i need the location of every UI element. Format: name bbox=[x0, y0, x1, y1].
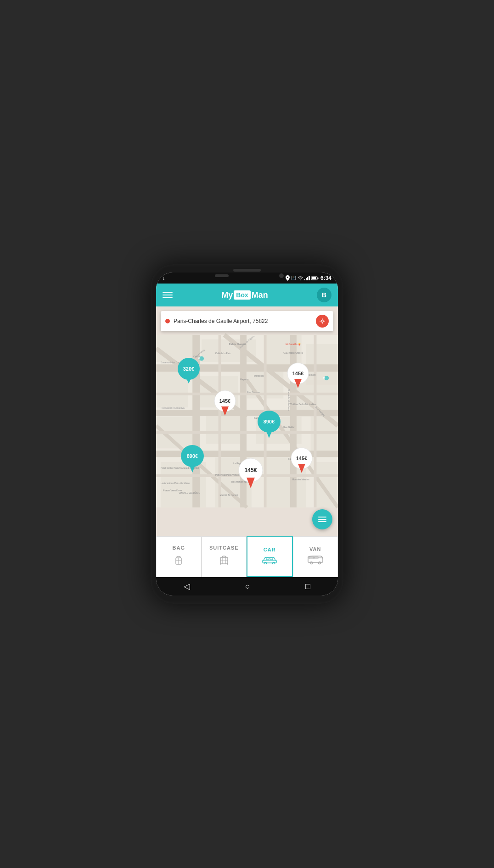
teal-pin-svg: 320€ bbox=[177, 357, 201, 385]
svg-point-0 bbox=[287, 277, 288, 278]
svg-rect-112 bbox=[270, 558, 273, 560]
svg-text:145€: 145€ bbox=[245, 467, 257, 473]
status-right: 📳 bbox=[286, 275, 331, 281]
top-nav: My Box Man B bbox=[156, 284, 338, 306]
status-left: ↓ bbox=[163, 275, 165, 281]
transport-tabs: BAG SUITCASE bbox=[156, 536, 338, 577]
price-pin-320[interactable]: 320€ bbox=[177, 357, 201, 385]
svg-text:Rue Daunou: Rue Daunou bbox=[247, 391, 260, 394]
svg-point-73 bbox=[321, 320, 324, 323]
svg-rect-30 bbox=[290, 335, 297, 507]
svg-point-117 bbox=[318, 562, 320, 564]
bottom-nav: ◁ ○ □ bbox=[156, 577, 338, 595]
crosshair-icon bbox=[319, 318, 326, 324]
phone-camera bbox=[279, 273, 284, 278]
bag-icon bbox=[172, 553, 185, 569]
svg-text:Gaumont Opéra: Gaumont Opéra bbox=[283, 351, 303, 354]
svg-text:145€: 145€ bbox=[219, 398, 230, 404]
svg-text:Palais Garnier: Palais Garnier bbox=[229, 343, 246, 345]
battery-icon bbox=[311, 276, 319, 280]
price-pin-145-2[interactable]: 145€ bbox=[286, 362, 310, 390]
location-status-icon bbox=[286, 275, 290, 281]
svg-rect-4 bbox=[304, 279, 305, 280]
vibrate-icon: 📳 bbox=[291, 276, 296, 280]
svg-rect-2 bbox=[307, 277, 308, 280]
price-pin-145-1[interactable]: 145€ bbox=[213, 389, 237, 417]
svg-text:CHANEL VENDÔME: CHANEL VENDÔME bbox=[179, 491, 201, 494]
svg-text:320€: 320€ bbox=[183, 366, 194, 372]
svg-rect-111 bbox=[266, 558, 269, 560]
svg-marker-91 bbox=[189, 463, 196, 473]
search-input[interactable]: Paris-Charles de Gaulle Airport, 75822 bbox=[174, 318, 316, 324]
svg-text:145€: 145€ bbox=[296, 456, 307, 461]
svg-text:Café de la Paix: Café de la Paix bbox=[215, 352, 231, 355]
search-bar[interactable]: Paris-Charles de Gaulle Airport, 75822 bbox=[161, 311, 333, 331]
price-pin-145-3[interactable]: 145€ bbox=[238, 458, 264, 489]
search-location-dot bbox=[165, 319, 170, 323]
svg-text:Rue de la Michodière: Rue de la Michodière bbox=[287, 389, 290, 411]
fab-menu-button[interactable] bbox=[312, 509, 332, 529]
svg-text:890€: 890€ bbox=[263, 419, 274, 424]
home-button[interactable]: ○ bbox=[238, 579, 258, 594]
logo-box: Box bbox=[234, 290, 250, 300]
red-pin-2-svg: 145€ bbox=[286, 362, 310, 390]
price-pin-890-1[interactable]: 890€ bbox=[257, 410, 281, 439]
svg-text:Rue des Moulins: Rue des Moulins bbox=[292, 479, 309, 481]
tab-suitcase[interactable]: SUITCASE bbox=[202, 536, 247, 577]
signal-icon bbox=[304, 276, 310, 280]
tab-van[interactable]: VAN bbox=[293, 536, 338, 577]
svg-text:M: M bbox=[323, 377, 325, 379]
tab-car-label: CAR bbox=[264, 547, 276, 552]
red-pin-3-svg: 145€ bbox=[238, 458, 264, 489]
locate-me-button[interactable] bbox=[316, 315, 329, 328]
svg-text:Marché St-Honoré: Marché St-Honoré bbox=[220, 494, 239, 496]
svg-rect-7 bbox=[312, 277, 316, 279]
svg-text:890€: 890€ bbox=[187, 453, 198, 459]
car-icon bbox=[262, 555, 277, 567]
phone-shell: ↓ 📳 bbox=[151, 264, 343, 604]
status-bar: ↓ 📳 bbox=[156, 273, 338, 284]
tab-van-label: VAN bbox=[309, 546, 321, 552]
hamburger-menu[interactable] bbox=[163, 292, 173, 298]
tab-bag[interactable]: BAG bbox=[156, 536, 202, 577]
download-icon: ↓ bbox=[163, 275, 165, 281]
svg-rect-18 bbox=[206, 414, 242, 444]
logo-text-man: Man bbox=[252, 290, 268, 300]
price-pin-890-2[interactable]: 890€ bbox=[180, 444, 205, 473]
svg-text:Repetto: Repetto bbox=[240, 378, 248, 381]
logo-text-my: My bbox=[221, 290, 233, 300]
red-pin-1-svg: 145€ bbox=[213, 389, 237, 417]
profile-icon[interactable]: B bbox=[317, 288, 331, 302]
van-icon bbox=[307, 555, 324, 568]
svg-marker-88 bbox=[265, 429, 273, 438]
svg-text:Louis Vuitton Paris Vendôme: Louis Vuitton Paris Vendôme bbox=[161, 482, 190, 484]
phone-screen: ↓ 📳 bbox=[156, 273, 338, 595]
back-button[interactable]: ◁ bbox=[176, 579, 197, 594]
svg-point-55 bbox=[324, 376, 329, 380]
svg-text:Starbucks: Starbucks bbox=[254, 375, 264, 377]
svg-rect-1 bbox=[309, 276, 310, 280]
map-container: Boulevard des Capucines Rue Daunou Rue D… bbox=[156, 306, 338, 536]
status-icons: 📳 bbox=[286, 275, 319, 281]
svg-marker-94 bbox=[247, 478, 255, 488]
clock: 6:34 bbox=[320, 275, 331, 281]
tab-bag-label: BAG bbox=[173, 545, 185, 551]
svg-text:McDonald's 🍟: McDonald's 🍟 bbox=[286, 343, 301, 346]
phone-speaker bbox=[215, 274, 229, 277]
svg-point-116 bbox=[310, 562, 312, 564]
teal-pin-890-svg: 890€ bbox=[257, 410, 281, 439]
svg-text:145€: 145€ bbox=[292, 371, 303, 376]
wifi-icon bbox=[298, 276, 303, 280]
svg-text:Rue Gaillon: Rue Gaillon bbox=[283, 426, 295, 428]
suitcase-icon bbox=[218, 553, 230, 569]
svg-text:Rue Danielle Casanova: Rue Danielle Casanova bbox=[161, 407, 185, 409]
price-pin-145-4[interactable]: 145€ bbox=[290, 446, 314, 475]
red-pin-4-svg: 145€ bbox=[290, 446, 314, 475]
app-logo: My Box Man bbox=[221, 290, 268, 300]
recent-apps-button[interactable]: □ bbox=[298, 579, 318, 594]
svg-rect-6 bbox=[317, 278, 318, 279]
svg-rect-102 bbox=[220, 557, 228, 564]
tab-car[interactable]: CAR bbox=[247, 536, 293, 577]
svg-rect-3 bbox=[306, 278, 307, 280]
teal-pin-890-2-svg: 890€ bbox=[180, 444, 205, 473]
